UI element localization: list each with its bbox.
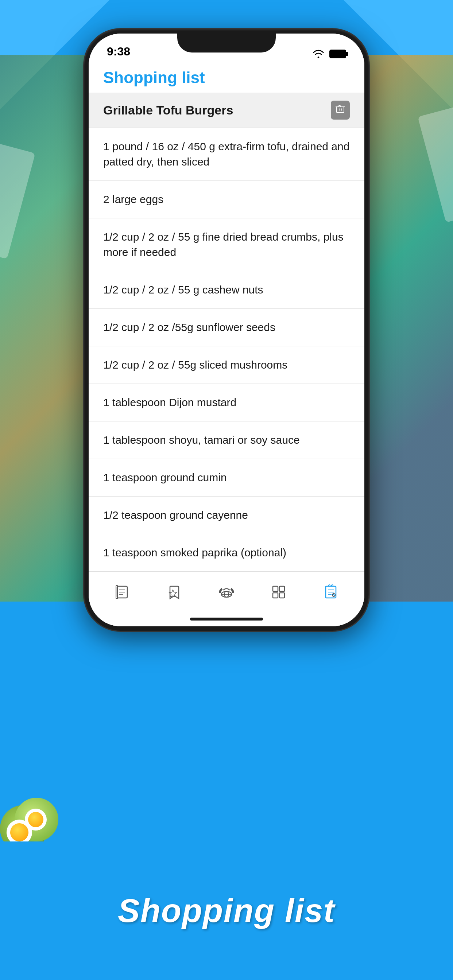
ingredient-item[interactable]: 1 teaspoon ground cumin: [89, 459, 364, 496]
ingredients-list: 1 pound / 16 oz / 450 g extra-firm tofu,…: [89, 128, 364, 572]
ingredient-item[interactable]: 1/2 teaspoon ground cayenne: [89, 496, 364, 534]
delete-recipe-button[interactable]: [331, 100, 350, 119]
ingredient-item[interactable]: 1/2 cup / 2 oz / 55 g cashew nuts: [89, 271, 364, 309]
home-bar: [190, 617, 263, 620]
tab-favorites[interactable]: [148, 572, 200, 612]
svg-rect-0: [337, 107, 344, 113]
tab-shopping[interactable]: [305, 572, 357, 612]
app-content: Shopping list Grillable Tofu Burgers: [89, 63, 364, 626]
ingredient-item[interactable]: 1 pound / 16 oz / 450 g extra-firm tofu,…: [89, 128, 364, 181]
recipe-section: Grillable Tofu Burgers: [89, 92, 364, 572]
phone-notch: [177, 33, 276, 52]
phone-frame: 9:38 Shopping list: [84, 29, 369, 631]
phone-frame-wrapper: 9:38 Shopping list: [84, 29, 369, 631]
status-time: 9:38: [107, 45, 130, 58]
bottom-banner-title: Shopping list: [118, 892, 335, 930]
recipe-title: Grillable Tofu Burgers: [103, 103, 233, 118]
app-title: Shopping list: [103, 68, 350, 87]
ingredient-item[interactable]: 1/2 cup / 2 oz / 55 g fine dried bread c…: [89, 218, 364, 271]
battery-icon: [329, 49, 346, 58]
ingredient-item[interactable]: 1 teaspoon smoked paprika (optional): [89, 534, 364, 572]
ingredient-item[interactable]: 1 tablespoon Dijon mustard: [89, 384, 364, 422]
phone-screen: 9:38 Shopping list: [89, 33, 364, 626]
svg-rect-10: [279, 586, 284, 591]
svg-rect-12: [279, 593, 284, 598]
tab-recipes[interactable]: [96, 572, 148, 612]
bottom-banner: Shopping list: [0, 842, 453, 980]
home-indicator: [89, 612, 364, 626]
svg-rect-9: [273, 586, 278, 591]
favorites-icon: [165, 583, 183, 601]
tab-bar: [89, 572, 364, 612]
ingredient-item[interactable]: 2 large eggs: [89, 181, 364, 218]
shopping-icon: [322, 583, 340, 601]
svg-rect-11: [273, 593, 278, 598]
ingredient-item[interactable]: 1/2 cup / 2 oz /55g sunflower seeds: [89, 309, 364, 346]
ingredient-item[interactable]: 1/2 cup / 2 oz / 55g sliced mushrooms: [89, 346, 364, 384]
delete-icon: [335, 104, 345, 117]
status-icons: [313, 49, 346, 58]
app-header: Shopping list: [89, 63, 364, 92]
wifi-icon: [313, 49, 324, 58]
tab-nutrition[interactable]: [253, 572, 305, 612]
nutrition-icon: [270, 583, 288, 601]
discover-icon: [217, 583, 236, 601]
ingredient-item[interactable]: 1 tablespoon shoyu, tamari or soy sauce: [89, 422, 364, 459]
recipes-icon: [113, 583, 131, 601]
tab-discover[interactable]: [200, 572, 252, 612]
recipe-header: Grillable Tofu Burgers: [89, 92, 364, 128]
